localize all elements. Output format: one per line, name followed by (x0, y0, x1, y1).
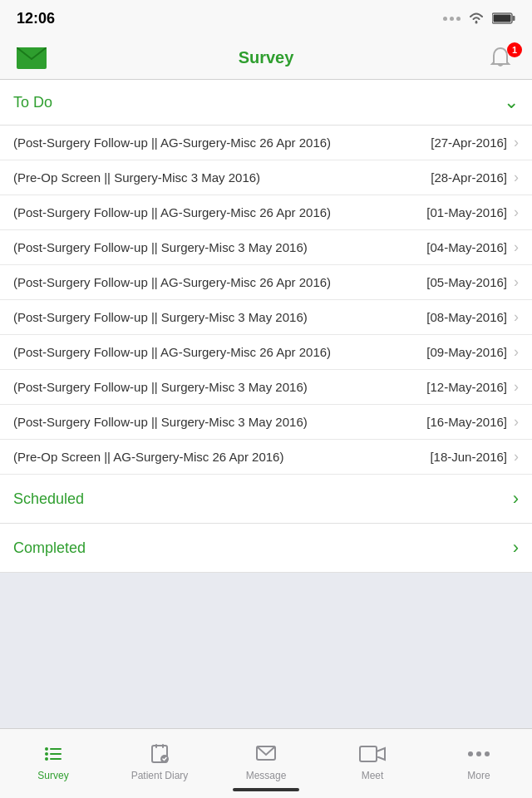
svg-point-5 (45, 747, 48, 751)
todo-item[interactable]: (Post-Surgery Follow-up || AG-Surgery-Mi… (0, 335, 532, 370)
todo-item[interactable]: (Post-Surgery Follow-up || Surgery-Misc … (0, 370, 532, 405)
todo-item-text: (Post-Surgery Follow-up || Surgery-Misc … (13, 413, 426, 431)
page-title: Survey (50, 48, 482, 67)
svg-rect-16 (360, 746, 377, 761)
wifi-icon (467, 12, 485, 25)
todo-item[interactable]: (Pre-Op Screen || AG-Surgery-Misc 26 Apr… (0, 440, 532, 475)
svg-point-18 (476, 751, 481, 756)
message-icon (254, 740, 278, 768)
diary-icon (148, 740, 171, 768)
header-right[interactable]: 1 (482, 46, 519, 71)
email-icon[interactable] (17, 47, 47, 69)
completed-label: Completed (13, 539, 86, 557)
active-tab-indicator (233, 788, 299, 791)
todo-label: To Do (13, 94, 52, 111)
todo-item-date: [18-Jun-2016] (430, 450, 507, 464)
todo-item-text: (Post-Surgery Follow-up || Surgery-Misc … (13, 308, 426, 326)
svg-rect-13 (162, 744, 164, 748)
todo-item-chevron-icon: › (514, 169, 519, 186)
todo-item-date: [27-Apr-2016] (431, 135, 507, 150)
battery-icon (492, 12, 515, 24)
meet-tab-label: Meet (362, 770, 384, 781)
todo-item-text: (Post-Surgery Follow-up || Surgery-Misc … (13, 239, 426, 256)
more-tab-label: More (467, 770, 490, 781)
todo-item-text: (Post-Surgery Follow-up || AG-Surgery-Mi… (13, 134, 431, 151)
todo-item-date: [09-May-2016] (426, 345, 507, 359)
todo-item-chevron-icon: › (514, 413, 519, 431)
scheduled-chevron-right-icon: › (513, 488, 519, 510)
todo-list: (Post-Surgery Follow-up || AG-Surgery-Mi… (0, 126, 532, 475)
todo-item-text: (Post-Surgery Follow-up || AG-Surgery-Mi… (13, 204, 426, 221)
todo-item[interactable]: (Post-Surgery Follow-up || AG-Surgery-Mi… (0, 195, 532, 230)
todo-item-date: [12-May-2016] (426, 380, 507, 394)
todo-item-date: [05-May-2016] (426, 275, 507, 289)
todo-item-chevron-icon: › (514, 343, 519, 361)
todo-item-text: (Post-Surgery Follow-up || AG-Surgery-Mi… (13, 343, 426, 361)
todo-item-date: [16-May-2016] (426, 415, 507, 429)
tab-patient-diary[interactable]: Patient Diary (106, 729, 213, 798)
svg-point-6 (45, 752, 48, 756)
signal-icon (443, 17, 461, 21)
todo-item-date: [01-May-2016] (426, 205, 507, 219)
main-content: To Do ⌄ (Post-Surgery Follow-up || AG-Su… (0, 80, 532, 728)
patient-diary-tab-label: Patient Diary (131, 770, 189, 781)
svg-point-19 (485, 751, 490, 756)
message-tab-label: Message (246, 770, 287, 781)
todo-item-chevron-icon: › (514, 239, 519, 256)
tab-more[interactable]: More (426, 729, 532, 798)
svg-rect-9 (50, 753, 62, 755)
svg-rect-2 (513, 16, 515, 21)
scheduled-label: Scheduled (13, 490, 84, 508)
svg-rect-8 (50, 748, 62, 750)
completed-chevron-right-icon: › (513, 537, 519, 559)
svg-rect-3 (494, 15, 511, 22)
status-bar: 12:06 (0, 0, 532, 37)
notification-badge: 1 (507, 42, 522, 57)
tab-survey[interactable]: Survey (0, 729, 106, 798)
todo-item-text: (Pre-Op Screen || Surgery-Misc 3 May 201… (13, 169, 431, 186)
todo-item-text: (Post-Surgery Follow-up || AG-Surgery-Mi… (13, 273, 426, 291)
todo-item-chevron-icon: › (514, 308, 519, 326)
todo-item[interactable]: (Post-Surgery Follow-up || Surgery-Misc … (0, 300, 532, 335)
completed-section-header[interactable]: Completed › (0, 524, 532, 573)
svg-point-17 (468, 751, 473, 756)
todo-item-chevron-icon: › (514, 134, 519, 151)
survey-icon (42, 740, 65, 768)
header: Survey 1 (0, 37, 532, 80)
todo-chevron-down-icon: ⌄ (504, 91, 519, 113)
status-time: 12:06 (17, 10, 55, 27)
todo-item-text: (Post-Surgery Follow-up || Surgery-Misc … (13, 378, 426, 396)
meet-icon (359, 740, 386, 768)
todo-item[interactable]: (Post-Surgery Follow-up || AG-Surgery-Mi… (0, 126, 532, 160)
todo-item[interactable]: (Post-Surgery Follow-up || Surgery-Misc … (0, 405, 532, 440)
todo-item[interactable]: (Pre-Op Screen || Surgery-Misc 3 May 201… (0, 160, 532, 195)
svg-point-7 (45, 757, 48, 761)
todo-item-date: [04-May-2016] (426, 240, 507, 254)
tab-meet[interactable]: Meet (319, 729, 426, 798)
todo-item-chevron-icon: › (514, 448, 519, 466)
svg-rect-10 (50, 758, 62, 760)
svg-point-0 (475, 22, 478, 24)
tab-bar: Survey Patient Diary Message (0, 728, 532, 798)
todo-item[interactable]: (Post-Surgery Follow-up || AG-Surgery-Mi… (0, 265, 532, 300)
header-left[interactable] (13, 47, 50, 69)
scheduled-section-header[interactable]: Scheduled › (0, 475, 532, 524)
todo-section-header[interactable]: To Do ⌄ (0, 80, 532, 126)
empty-area (0, 573, 532, 728)
todo-item-date: [08-May-2016] (426, 310, 507, 324)
todo-item-chevron-icon: › (514, 273, 519, 291)
todo-item-date: [28-Apr-2016] (431, 170, 507, 185)
more-icon (467, 740, 490, 768)
survey-tab-label: Survey (37, 770, 68, 781)
todo-item-text: (Pre-Op Screen || AG-Surgery-Misc 26 Apr… (13, 448, 430, 466)
svg-rect-12 (155, 744, 157, 748)
todo-item[interactable]: (Post-Surgery Follow-up || Surgery-Misc … (0, 230, 532, 265)
status-icons (443, 12, 515, 25)
todo-item-chevron-icon: › (514, 204, 519, 221)
todo-item-chevron-icon: › (514, 378, 519, 396)
